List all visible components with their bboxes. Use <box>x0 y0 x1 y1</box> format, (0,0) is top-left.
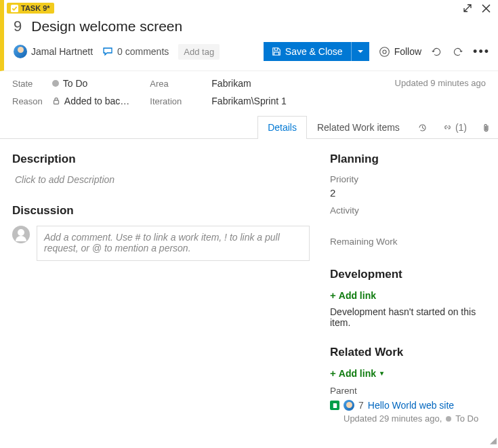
user-avatar-icon <box>12 226 30 243</box>
plus-icon: + <box>330 289 336 301</box>
discussion-header: Discussion <box>12 204 310 218</box>
checkbox-icon <box>11 5 18 12</box>
tab-related-work-items[interactable]: Related Work items <box>307 116 410 139</box>
svg-point-1 <box>379 47 389 56</box>
development-header: Development <box>330 268 486 281</box>
state-dot-icon <box>446 416 451 422</box>
remaining-work-label: Remaining Work <box>330 237 486 247</box>
add-tag-button[interactable]: Add tag <box>178 44 220 60</box>
parent-state: To Do <box>455 413 478 424</box>
related-work-header: Related Work <box>330 346 486 359</box>
work-item-type-chip: TASK 9* <box>7 3 54 14</box>
remaining-work-field[interactable] <box>330 249 486 261</box>
tab-attachments[interactable] <box>474 117 498 139</box>
links-count: (1) <box>455 122 467 133</box>
parent-updated-label: Updated 29 minutes ago, <box>344 413 442 424</box>
state-field[interactable]: To Do <box>52 78 130 89</box>
tab-links[interactable]: (1) <box>435 116 474 139</box>
area-label: Area <box>150 79 182 89</box>
development-add-link[interactable]: + Add link <box>330 289 376 301</box>
comments-label: 0 comments <box>117 46 169 57</box>
history-icon <box>417 123 428 133</box>
save-close-button[interactable]: Save & Close <box>264 42 351 61</box>
follow-button[interactable]: Follow <box>379 46 421 58</box>
planning-header: Planning <box>330 152 486 166</box>
related-add-link[interactable]: + Add link ▾ <box>330 367 383 379</box>
iteration-field[interactable]: Fabrikam\Sprint 1 <box>211 96 286 106</box>
svg-rect-3 <box>54 100 58 104</box>
save-close-split-button: Save & Close <box>264 42 369 61</box>
state-dot-icon <box>52 80 59 87</box>
comments-button[interactable]: 0 comments <box>102 46 169 57</box>
discussion-icon <box>102 46 113 57</box>
save-close-label: Save & Close <box>285 46 343 57</box>
lock-icon <box>52 97 60 105</box>
attachment-icon <box>482 123 491 133</box>
revert-icon[interactable] <box>452 46 463 58</box>
reason-label: Reason <box>12 96 43 106</box>
follow-label: Follow <box>394 46 421 57</box>
area-field[interactable]: Fabrikam <box>211 78 286 89</box>
priority-label: Priority <box>330 174 486 184</box>
follow-icon <box>379 46 390 58</box>
iteration-label: Iteration <box>150 96 182 106</box>
description-input[interactable]: Click to add Description <box>15 174 310 185</box>
resize-grip-icon[interactable]: ◢ <box>487 437 497 447</box>
save-icon <box>272 47 281 56</box>
svg-point-2 <box>383 49 386 53</box>
tab-history[interactable] <box>410 117 435 139</box>
parent-id: 7 <box>358 400 364 411</box>
activity-label: Activity <box>330 205 486 216</box>
assignee-field[interactable]: Jamal Hartnett <box>14 45 93 58</box>
save-close-dropdown[interactable] <box>351 42 369 61</box>
avatar-icon <box>14 45 27 58</box>
chip-label: TASK 9* <box>21 4 50 12</box>
pbi-icon <box>330 401 339 410</box>
parent-label: Parent <box>330 386 486 396</box>
work-item-id: 9 <box>14 18 22 35</box>
parent-link-row[interactable]: 7 Hello World web site <box>330 400 486 411</box>
avatar-icon <box>344 400 354 411</box>
parent-title-link[interactable]: Hello World web site <box>368 400 454 411</box>
reason-field[interactable]: Added to bac… <box>52 96 130 106</box>
activity-field[interactable] <box>330 218 486 230</box>
development-status-text: Development hasn't started on this item. <box>330 306 486 328</box>
assignee-name: Jamal Hartnett <box>31 46 93 57</box>
updated-label: Updated 9 minutes ago <box>395 78 486 88</box>
more-actions-button[interactable]: ••• <box>473 45 490 59</box>
description-header: Description <box>12 152 310 166</box>
chevron-down-icon <box>357 48 364 55</box>
chevron-down-icon: ▾ <box>380 369 383 377</box>
priority-field[interactable]: 2 <box>330 187 486 199</box>
expand-icon[interactable] <box>462 3 473 14</box>
link-icon <box>442 123 453 133</box>
plus-icon: + <box>330 367 336 379</box>
discussion-input[interactable]: Add a comment. Use # to link a work item… <box>37 226 310 261</box>
refresh-icon[interactable] <box>431 46 442 58</box>
state-label: State <box>12 79 43 89</box>
work-item-title[interactable]: Design welcome screen <box>31 18 182 35</box>
tab-details[interactable]: Details <box>257 116 307 139</box>
close-icon[interactable] <box>481 3 491 14</box>
